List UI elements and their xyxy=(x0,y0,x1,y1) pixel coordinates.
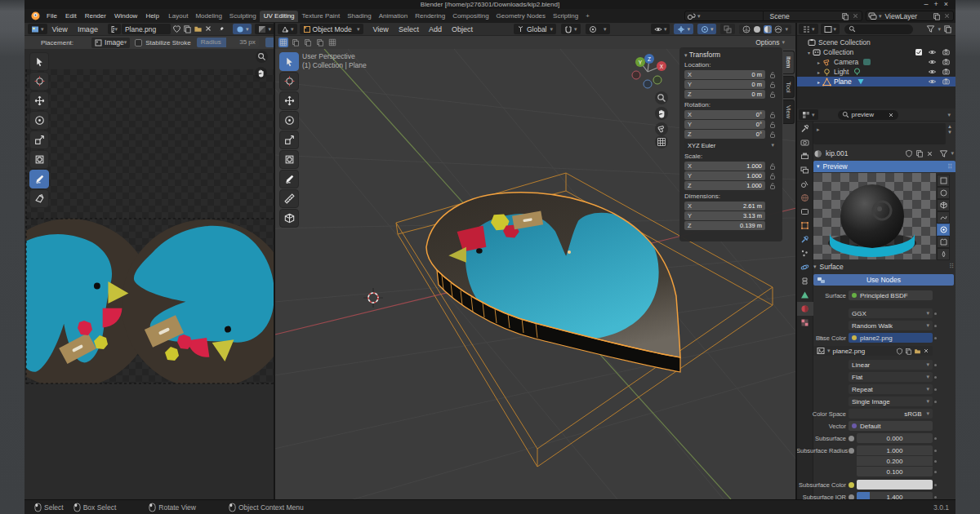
tab-scripting[interactable]: Scripting xyxy=(550,11,582,22)
outliner-display-mode[interactable]: ▾ xyxy=(821,24,840,34)
vp-menu-view[interactable]: View xyxy=(368,25,394,33)
ptab-tool[interactable] xyxy=(796,122,813,135)
npanel-tab-item[interactable]: Item xyxy=(783,51,795,74)
outliner-editor-type-button[interactable]: ▾ xyxy=(799,24,818,34)
menu-file[interactable]: File xyxy=(42,12,61,20)
interpolation-dropdown[interactable]: Linear▾ xyxy=(849,360,933,370)
subsurface-radius-x[interactable]: 1.000 xyxy=(857,445,933,455)
fake-user-icon[interactable] xyxy=(172,24,181,33)
vector-field[interactable]: Default xyxy=(849,421,933,431)
tab-sculpting[interactable]: Sculpting xyxy=(225,11,260,22)
scene-selector[interactable]: ▾ Scene xyxy=(684,11,862,21)
viewport-editor-type-button[interactable]: ▾ xyxy=(278,24,297,34)
tab-shading[interactable]: Shading xyxy=(344,11,375,22)
ptab-scene[interactable] xyxy=(796,177,813,191)
location-x-row[interactable]: X0 m xyxy=(684,70,777,79)
vp-menu-add[interactable]: Add xyxy=(424,25,447,33)
ptab-render[interactable] xyxy=(796,135,813,149)
preview-shaderball-button[interactable] xyxy=(937,224,950,236)
dimensions-z-row[interactable]: Z0.139 m xyxy=(684,221,777,230)
placement-mode-dropdown[interactable]: Image▾ xyxy=(91,38,130,48)
material-slot-list[interactable] xyxy=(813,123,946,144)
gizmo-z-neg[interactable] xyxy=(644,80,652,88)
window-controls[interactable]: –+× xyxy=(924,0,954,9)
remove-viewlayer-icon[interactable] xyxy=(943,12,951,20)
transform-panel-header[interactable]: ▾ Transform xyxy=(684,51,777,59)
outliner-scene-collection[interactable]: Scene Collection xyxy=(796,38,956,47)
options-dropdown[interactable]: Options▾ xyxy=(755,38,785,47)
material-name[interactable]: kip.001 xyxy=(826,149,848,157)
open-image-icon[interactable] xyxy=(194,24,203,33)
surface-panel-header[interactable]: ▾Surface ⠿ xyxy=(813,261,956,272)
subsurface-color-swatch[interactable] xyxy=(857,480,933,490)
transform-orientation-dropdown[interactable]: Global▾ xyxy=(514,24,556,34)
uv-canvas[interactable] xyxy=(24,49,274,499)
subsurface-radius-y[interactable]: 0.200 xyxy=(857,456,933,466)
camera-view-button[interactable] xyxy=(655,122,668,135)
uv-menu-image[interactable]: Image xyxy=(73,25,103,33)
xray-toggle[interactable] xyxy=(720,24,735,34)
properties-options-icon[interactable]: ▾ xyxy=(947,112,956,118)
mode-dropdown[interactable]: Object Mode▾ xyxy=(300,24,363,34)
rotation-mode-dropdown[interactable]: XYZ Euler▾ xyxy=(684,140,777,150)
npanel-tab-tool[interactable]: Tool xyxy=(783,76,795,99)
image-shield-icon[interactable] xyxy=(896,348,903,355)
ptab-collection[interactable] xyxy=(796,205,813,219)
outliner-plane[interactable]: ▸ Plane xyxy=(796,77,956,86)
outliner-collection[interactable]: ▾ Collection xyxy=(796,47,956,57)
ptab-object[interactable] xyxy=(796,219,813,233)
scale-z-row[interactable]: Z1.000 xyxy=(684,181,777,190)
menu-help[interactable]: Help xyxy=(141,12,163,20)
shading-mode-buttons[interactable]: ▾ xyxy=(739,24,791,34)
base-color-field[interactable]: plane2.png xyxy=(849,333,933,343)
tab-compositing[interactable]: Compositing xyxy=(449,11,492,22)
image-datablock-field[interactable]: ▾ plane2.png xyxy=(813,346,933,356)
image-browse-button[interactable]: ▾ xyxy=(108,24,121,34)
dimensions-y-row[interactable]: Y3.13 m xyxy=(684,211,777,220)
gizmo-y-neg[interactable] xyxy=(653,76,662,84)
new-scene-icon[interactable] xyxy=(841,12,849,20)
pin-icon[interactable] xyxy=(219,24,225,33)
blender-logo-icon[interactable] xyxy=(30,11,41,21)
ptab-output[interactable] xyxy=(796,149,813,163)
ptab-viewlayer[interactable] xyxy=(796,163,813,177)
rotation-z-row[interactable]: Z0° xyxy=(684,130,777,139)
preview-fluid-button[interactable] xyxy=(937,248,950,260)
viewlayer-selector[interactable]: ▾ ViewLayer xyxy=(866,11,954,21)
splitter-viewport-right[interactable] xyxy=(795,23,797,499)
menu-edit[interactable]: Edit xyxy=(61,12,81,20)
stabilize-stroke-checkbox[interactable] xyxy=(135,39,142,47)
disable-render-icon[interactable] xyxy=(942,58,951,66)
vp-tool-transform[interactable] xyxy=(279,150,299,169)
tab-texture-paint[interactable]: Texture Paint xyxy=(298,11,344,22)
navigation-gizmo[interactable]: Z Y X xyxy=(625,51,674,96)
material-slot-buttons[interactable]: ▲▼ xyxy=(947,124,955,144)
uv-tool-select[interactable] xyxy=(29,52,49,71)
hide-icon[interactable] xyxy=(928,78,937,86)
preview-sphere-button[interactable] xyxy=(937,187,950,199)
vp-tool-cursor[interactable] xyxy=(279,72,299,91)
vp-menu-object[interactable]: Object xyxy=(447,25,478,33)
vp-menu-select[interactable]: Select xyxy=(394,25,424,33)
material-shield-icon[interactable] xyxy=(905,149,913,157)
preview-panel-header[interactable]: ▾Preview ⠿ xyxy=(813,161,956,172)
vp-tool-rotate[interactable] xyxy=(279,111,299,130)
image-datablock-buttons[interactable] xyxy=(172,24,212,33)
subsurface-slider[interactable]: 0.000 xyxy=(857,433,933,443)
distribution-dropdown[interactable]: GGX▾ xyxy=(849,308,933,318)
snap-dropdown[interactable]: ▾ xyxy=(561,24,581,34)
uv-tool-transform[interactable] xyxy=(29,150,49,169)
new-viewlayer-icon[interactable] xyxy=(933,12,941,20)
disable-render-icon[interactable] xyxy=(942,68,951,76)
dimensions-x-row[interactable]: X2.61 m xyxy=(684,202,777,210)
tab-layout[interactable]: Layout xyxy=(165,11,192,22)
uv-tool-smear[interactable] xyxy=(29,189,49,208)
subsurface-method-dropdown[interactable]: Random Walk▾ xyxy=(849,321,933,330)
proportional-edit-button[interactable]: ▾ xyxy=(586,24,610,34)
hide-icon[interactable] xyxy=(928,58,937,66)
splitter-uv-viewport[interactable] xyxy=(274,23,275,499)
ptab-world[interactable] xyxy=(796,191,813,205)
ptab-particles[interactable] xyxy=(796,246,813,260)
ptab-modifiers[interactable] xyxy=(796,233,813,246)
copy-image-icon[interactable] xyxy=(183,24,192,33)
